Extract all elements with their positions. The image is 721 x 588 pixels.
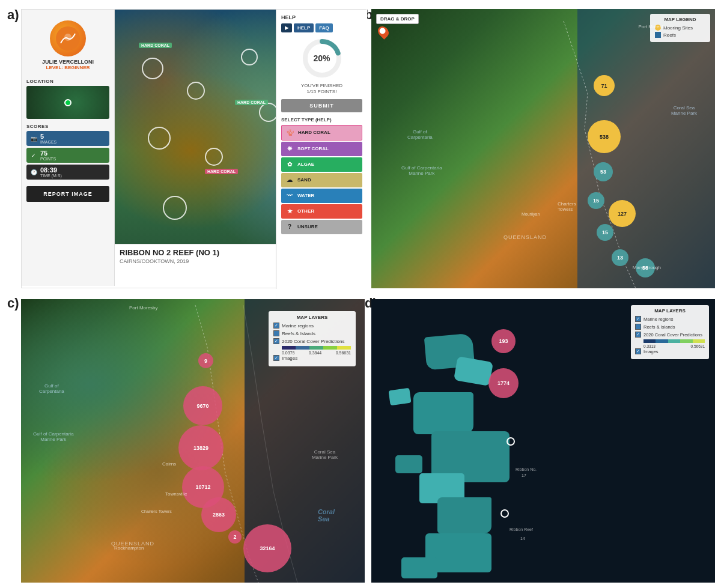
map-circle-pink-2: 2	[228, 530, 242, 544]
submit-button[interactable]: SUBMIT	[281, 99, 362, 112]
images-value: 5	[40, 133, 56, 140]
map-circle-538: 538	[588, 120, 621, 153]
map-circle-pink-d-193: 193	[491, 329, 516, 353]
user-name: JULIE VERCELLONI	[42, 59, 94, 65]
type-btn-water[interactable]: 〰 WATER	[281, 189, 362, 203]
rockhampton-label-c: Rockhampton	[114, 545, 144, 551]
time-value: 08:39	[40, 166, 62, 174]
score-points-row: ✓ 75 POINTS	[26, 148, 109, 163]
map-layers-panel-d: MAP LAYERS Marine regions Reefs & Island…	[631, 305, 709, 359]
reef-shape-6	[437, 497, 491, 533]
map-layers-panel-c: MAP LAYERS Marine regions Reefs & Island…	[269, 311, 356, 366]
color-bar-c	[282, 346, 351, 350]
drag-drop-badge: DRAG & DROP	[376, 14, 419, 24]
layers-title-d: MAP LAYERS	[635, 308, 705, 314]
map-circle-127: 127	[609, 200, 636, 227]
coral-sea-label-c: CoralSea	[318, 508, 335, 523]
ribbon-no-label: Ribbon No.	[516, 467, 537, 471]
user-level: LEVEL: BEGINNER	[46, 65, 90, 70]
gulf-marine-park-label-c: Gulf of CarpentariaMarine Park	[33, 431, 74, 442]
panel-c-label: c)	[7, 296, 19, 311]
progress-circle: 20%	[301, 37, 343, 79]
map-circle-pink-32164: 32164	[243, 524, 291, 572]
map-circle-pink-9670: 9670	[183, 386, 222, 425]
panel-c: MAP LAYERS Marine regions Reefs & Island…	[21, 299, 365, 583]
layer-reefs-islands: Reefs & Islands	[273, 330, 351, 336]
mourilyan-label: Mourilyan	[522, 212, 540, 216]
images-label: IMAGES	[40, 140, 56, 144]
annotation-label-2: HARD CORAL	[235, 100, 268, 105]
port-moresby-label: Port Moresby	[638, 24, 667, 29]
unsure-icon: ?	[284, 222, 295, 232]
annotation-label-1: HARD CORAL	[139, 43, 172, 48]
svg-point-1	[64, 34, 71, 41]
ribbon-reef-label: Ribbon Reef	[510, 527, 533, 532]
location-pin	[64, 99, 71, 106]
algae-icon: ✿	[284, 159, 295, 170]
help-button[interactable]: HELP	[294, 23, 314, 32]
images-checkbox-c[interactable]	[273, 355, 279, 361]
cairns-label-c: Cairns	[162, 461, 176, 467]
location-pin-b-container	[379, 26, 388, 38]
layer-coral-cover: 2020 Coral Cover Predictions	[273, 338, 351, 344]
reef-shape-3	[413, 392, 473, 434]
maryborough-label: Maryborough	[633, 265, 661, 270]
marine-regions-checkbox-d[interactable]	[635, 316, 641, 322]
map-background-b: DRAG & DROP MAP LEGEND Mooring Sites Ree…	[371, 9, 715, 288]
reef-shape-8	[388, 388, 411, 406]
score-images-row: 📷 5 IMAGES	[26, 131, 109, 146]
legend-title: MAP LEGEND	[655, 17, 705, 22]
type-btn-soft-coral[interactable]: ❋ SOFT CORAL	[281, 142, 362, 156]
charters-towers-label-b: ChartersTowers	[558, 201, 576, 212]
select-type-label: SELECT TYPE (HELP)	[281, 117, 362, 123]
panel-a-label: a)	[7, 7, 19, 23]
color-bar-labels-d: 0.3313 0.56631	[643, 344, 705, 348]
coral-cover-checkbox[interactable]	[273, 338, 279, 344]
faq-button[interactable]: FAQ	[315, 23, 332, 32]
map-circle-pink-9: 9	[198, 353, 213, 368]
points-label: POINTS	[40, 157, 56, 161]
color-bar-d	[643, 339, 705, 343]
map-circle-white-d-2	[500, 509, 509, 518]
map-circle-13: 13	[612, 249, 628, 266]
other-icon: ★	[284, 206, 295, 217]
queensland-label-b: QUEENSLAND	[503, 234, 547, 240]
reefs-islands-checkbox[interactable]	[273, 330, 279, 336]
map-circle-white-d-1	[507, 437, 515, 446]
location-label: LOCATION	[26, 79, 109, 84]
layer-images-c: Images	[273, 355, 351, 361]
coral-sea-marine-park-label-b: Coral SeaMarine Park	[671, 105, 697, 116]
type-btn-algae[interactable]: ✿ ALGAE	[281, 157, 362, 172]
report-image-button[interactable]: REPORT IMAGE	[26, 186, 109, 202]
type-btn-sand[interactable]: ☁ SAND	[281, 173, 362, 187]
check-icon: ✓	[29, 151, 38, 160]
camera-icon: 📷	[29, 135, 38, 143]
reef-shape-10	[401, 557, 437, 578]
score-time-row: 🕐 08:39 TIME (M:S)	[26, 165, 109, 180]
map-background-c: MAP LAYERS Marine regions Reefs & Island…	[21, 299, 365, 583]
gulf-carpentaria-label-b: Gulf ofCarpentaria	[407, 129, 433, 140]
layer-coral-cover-d: 2020 Coral Cover Predictions	[635, 332, 705, 338]
finished-text: YOU'VE FINISHED 1/15 POINTS!	[281, 83, 362, 95]
coral-cover-checkbox-d[interactable]	[635, 332, 641, 338]
charters-towers-label-c: Charters Towers	[141, 509, 172, 514]
type-btn-hard-coral[interactable]: 🪸 HARD CORAL	[281, 125, 362, 141]
avatar-area: JULIE VERCELLONI LEVEL: BEGINNER	[26, 14, 109, 74]
images-checkbox-d[interactable]	[635, 348, 641, 354]
reef-shape-2	[454, 356, 493, 386]
type-btn-other[interactable]: ★ OTHER	[281, 204, 362, 219]
reefs-islands-checkbox-d[interactable]	[635, 324, 641, 330]
layer-reefs-islands-d: Reefs & Islands	[635, 324, 705, 330]
panel-a: JULIE VERCELLONI LEVEL: BEGINNER LOCATIO…	[21, 9, 367, 288]
map-background-d: MAP LAYERS Marine regions Reefs & Island…	[371, 299, 715, 583]
type-btn-unsure[interactable]: ? UNSURE	[281, 220, 362, 234]
help-panel: HELP ▶ HELP FAQ 20% YOU'VE FINISHED 1/15…	[276, 10, 367, 289]
sidebar: JULIE VERCELLONI LEVEL: BEGINNER LOCATIO…	[22, 10, 115, 286]
soft-coral-icon: ❋	[284, 144, 295, 154]
coral-sea-marine-park-label-c: Coral SeaMarine Park	[312, 449, 338, 460]
play-button[interactable]: ▶	[281, 23, 292, 32]
marine-regions-checkbox[interactable]	[273, 323, 279, 329]
layer-marine-regions-d: Marine regions	[635, 316, 705, 322]
panel-d: MAP LAYERS Marine regions Reefs & Island…	[371, 299, 715, 583]
time-label: TIME (M:S)	[40, 174, 62, 178]
